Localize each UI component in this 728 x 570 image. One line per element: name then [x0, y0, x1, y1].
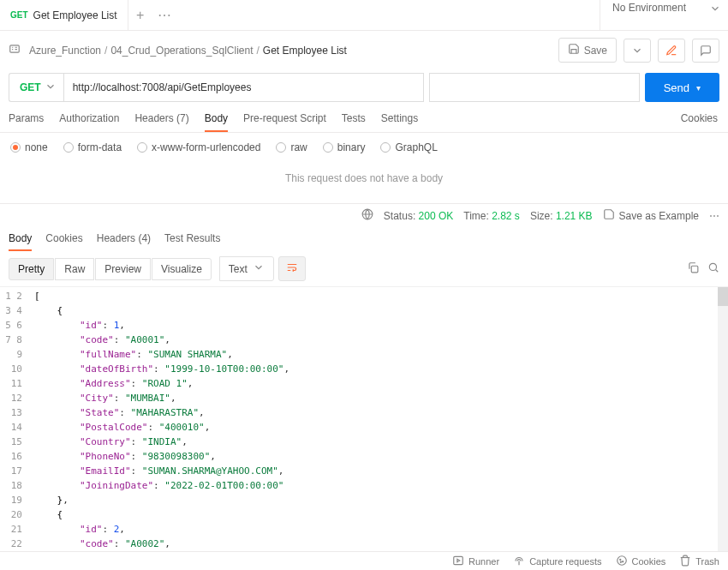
response-toolbar: Pretty Raw Preview Visualize Text [0, 251, 728, 286]
view-pretty[interactable]: Pretty [9, 258, 54, 280]
response-meta: Status: 200 OK Time: 2.82 s Size: 1.21 K… [0, 203, 728, 227]
scrollbar-track [718, 287, 728, 570]
svg-point-8 [622, 561, 623, 561]
tab-tests[interactable]: Tests [342, 112, 366, 132]
breadcrumb-separator: / [257, 45, 260, 57]
view-preview[interactable]: Preview [95, 258, 151, 280]
chevron-down-icon [253, 261, 265, 276]
size-kv: Size: 1.21 KB [530, 210, 593, 222]
edit-button[interactable] [658, 39, 685, 63]
status-value: 200 OK [419, 210, 454, 222]
language-select[interactable]: Text [219, 256, 274, 281]
send-label: Send [664, 81, 689, 94]
tab-body[interactable]: Body [205, 112, 228, 132]
body-type-label: form-data [78, 141, 122, 153]
runner-label: Runner [468, 556, 499, 567]
save-button[interactable]: Save [558, 38, 617, 63]
response-code[interactable]: [ { "id": 1, "code": "A0001", "fullName"… [29, 287, 728, 570]
http-icon [9, 43, 21, 57]
time-kv: Time: 2.82 s [463, 210, 520, 222]
url-input-extra[interactable] [429, 73, 640, 102]
size-label: Size: [530, 210, 553, 222]
body-type-none[interactable]: none [10, 141, 48, 153]
breadcrumb-separator: / [104, 45, 107, 57]
line-gutter: 1 2 3 4 5 6 7 8 9 10 11 12 13 14 15 16 1… [0, 287, 29, 570]
send-button[interactable]: Send ▾ [645, 73, 719, 102]
url-input[interactable]: http://localhost:7008/api/GetEmployees [63, 73, 424, 102]
tab-prerequest[interactable]: Pre-request Script [243, 112, 326, 132]
view-visualize[interactable]: Visualize [152, 258, 212, 280]
body-type-row: none form-data x-www-form-urlencoded raw… [0, 133, 728, 162]
svg-point-6 [617, 555, 626, 565]
cookies-button[interactable]: Cookies [616, 555, 666, 568]
url-value: http://localhost:7008/api/GetEmployees [73, 81, 252, 93]
body-type-binary[interactable]: binary [323, 141, 366, 153]
chevron-down-icon [45, 81, 57, 95]
svg-point-9 [620, 561, 621, 562]
resp-tab-cookies[interactable]: Cookies [45, 232, 82, 251]
comments-button[interactable] [692, 39, 719, 63]
radio-dot-icon [380, 142, 391, 153]
tab-authorization[interactable]: Authorization [59, 112, 119, 132]
time-label: Time: [463, 210, 489, 222]
method-select[interactable]: GET [9, 73, 63, 102]
svg-point-3 [709, 263, 716, 270]
more-actions-button[interactable]: ⋯ [709, 210, 719, 222]
body-type-label: GraphQL [395, 141, 437, 153]
body-type-urlencoded[interactable]: x-www-form-urlencoded [137, 141, 260, 153]
request-tab[interactable]: GET Get Employee List [0, 0, 128, 30]
runner-icon [452, 555, 464, 568]
radio-dot-icon [323, 142, 333, 153]
view-raw[interactable]: Raw [55, 258, 94, 280]
globe-icon[interactable] [361, 208, 373, 223]
tab-title: Get Employee List [33, 9, 117, 21]
body-type-formdata[interactable]: form-data [63, 141, 122, 153]
svg-point-7 [619, 559, 620, 560]
chevron-down-icon: ▾ [696, 83, 701, 93]
tab-options-button[interactable]: ⋯ [152, 7, 176, 23]
size-value: 1.21 KB [556, 210, 593, 222]
save-example-button[interactable]: Save as Example [603, 208, 699, 223]
wrap-lines-button[interactable] [278, 256, 306, 281]
no-body-message: This request does not have a body [0, 162, 728, 203]
capture-button[interactable]: Capture requests [513, 555, 601, 568]
save-dropdown-button[interactable] [624, 39, 651, 63]
runner-button[interactable]: Runner [452, 555, 499, 568]
radio-dot-icon [10, 142, 21, 153]
environment-label: No Environment [612, 2, 686, 14]
breadcrumb-request: Get Employee List [263, 45, 347, 57]
scrollbar-thumb[interactable] [718, 287, 728, 306]
body-type-graphql[interactable]: GraphQL [380, 141, 437, 153]
trash-button[interactable]: Trash [679, 555, 719, 568]
radio-dot-icon [137, 142, 147, 153]
tab-method-badge: GET [10, 10, 28, 20]
tab-bar: GET Get Employee List + ⋯ No Environment [0, 0, 728, 31]
tab-headers[interactable]: Headers (7) [134, 112, 188, 132]
request-url-row: GET http://localhost:7008/api/GetEmploye… [0, 69, 728, 105]
tab-params[interactable]: Params [9, 112, 44, 132]
save-icon [568, 43, 580, 57]
body-type-label: x-www-form-urlencoded [152, 141, 260, 153]
resp-tab-headers[interactable]: Headers (4) [97, 232, 151, 251]
resp-tab-tests[interactable]: Test Results [164, 232, 220, 251]
tab-settings[interactable]: Settings [381, 112, 418, 132]
header-actions: Save [558, 38, 719, 63]
trash-label: Trash [695, 556, 719, 567]
copy-response-button[interactable] [687, 261, 699, 276]
capture-label: Capture requests [529, 556, 601, 567]
body-type-raw[interactable]: raw [276, 141, 307, 153]
body-type-label: binary [337, 141, 366, 153]
resp-tab-body[interactable]: Body [9, 232, 32, 251]
new-tab-button[interactable]: + [128, 8, 152, 23]
environment-selector[interactable]: No Environment [600, 0, 728, 30]
cookie-icon [616, 555, 628, 568]
breadcrumb-workspace[interactable]: Azure_Function [29, 45, 101, 57]
breadcrumb-collection[interactable]: 04_Crud_Operations_SqlClient [110, 45, 253, 57]
radio-dot-icon [63, 142, 74, 153]
search-response-button[interactable] [707, 261, 719, 276]
response-body: 1 2 3 4 5 6 7 8 9 10 11 12 13 14 15 16 1… [0, 286, 728, 570]
svg-rect-4 [454, 556, 463, 564]
status-bar: Runner Capture requests Cookies Trash [0, 551, 728, 570]
cookies-link[interactable]: Cookies [681, 112, 718, 130]
radio-dot-icon [276, 142, 286, 153]
